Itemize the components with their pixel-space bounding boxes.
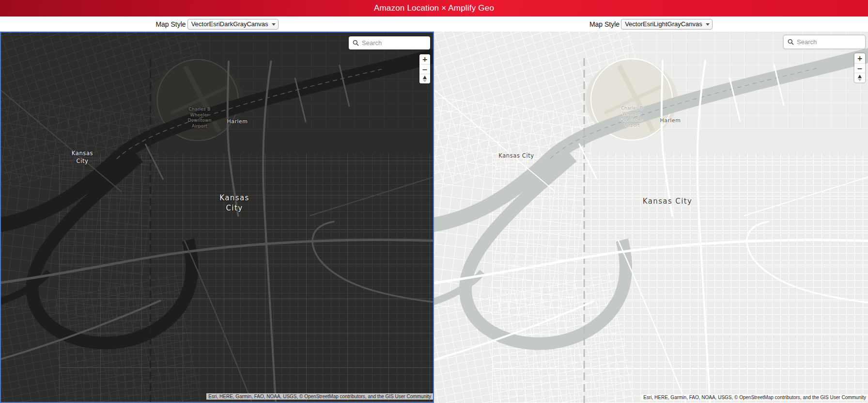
map-label-city-downtown: Kansas City [216, 193, 253, 213]
map-canvas-light[interactable]: Kansas City Kansas City Charles B Wheele… [434, 32, 868, 403]
style-group-right: Map Style VectorEsriLightGrayCanvas [434, 16, 868, 32]
map-attribution: Esri, HERE, Garmin, FAO, NOAA, USGS, © O… [206, 393, 433, 400]
search-icon [353, 40, 359, 46]
map-style-label-right: Map Style [589, 20, 620, 28]
zoom-in-button[interactable]: + [854, 53, 865, 63]
maps-row: Kansas City Kansas City Charles B Wheele… [0, 32, 868, 403]
map-label-airport: Charles B Wheeler Downtown Airport [617, 106, 647, 129]
map-label-city-west: Kansas City [68, 150, 96, 165]
compass-needle-icon [858, 79, 862, 81]
search-box [349, 36, 430, 49]
zoom-out-button[interactable]: − [419, 64, 430, 74]
map-label-city-west: Kansas City [498, 152, 534, 160]
map-label-neighborhood: Harlem [227, 118, 248, 125]
map-label-city-downtown: Kansas City [643, 196, 693, 207]
compass-button[interactable] [419, 74, 430, 83]
app-header: Amazon Location × Amplify Geo [0, 0, 868, 16]
page-title: Amazon Location × Amplify Geo [374, 3, 494, 13]
map-artwork [434, 32, 868, 403]
compass-needle-icon [858, 75, 862, 78]
map-attribution: Esri, HERE, Garmin, FAO, NOAA, USGS, © O… [641, 394, 868, 401]
search-input[interactable] [362, 39, 426, 47]
compass-needle-icon [423, 80, 427, 82]
map-label-airport: Charles B Wheeler Downtown Airport [185, 107, 215, 129]
map-style-select-wrap-left: VectorEsriDarkGrayCanvas [187, 19, 279, 30]
map-style-select-right[interactable]: VectorEsriLightGrayCanvas [621, 19, 713, 30]
map-artwork [1, 32, 433, 402]
zoom-in-button[interactable]: + [419, 54, 430, 64]
search-input[interactable] [797, 38, 861, 46]
zoom-out-button[interactable]: − [854, 63, 865, 73]
compass-button[interactable] [854, 73, 865, 82]
map-label-neighborhood: Harlem [660, 117, 681, 124]
zoom-controls: + − [854, 53, 865, 82]
search-icon [788, 39, 794, 45]
style-group-left: Map Style VectorEsriDarkGrayCanvas [0, 16, 434, 32]
style-bar: Map Style VectorEsriDarkGrayCanvas Map S… [0, 16, 868, 32]
map-style-label-left: Map Style [155, 20, 186, 28]
map-canvas-dark[interactable]: Kansas City Kansas City Charles B Wheele… [0, 32, 434, 403]
zoom-controls: + − [419, 54, 430, 83]
map-style-select-left[interactable]: VectorEsriDarkGrayCanvas [187, 19, 279, 30]
map-style-select-wrap-right: VectorEsriLightGrayCanvas [621, 19, 713, 30]
search-box [784, 35, 865, 48]
compass-needle-icon [423, 76, 427, 79]
